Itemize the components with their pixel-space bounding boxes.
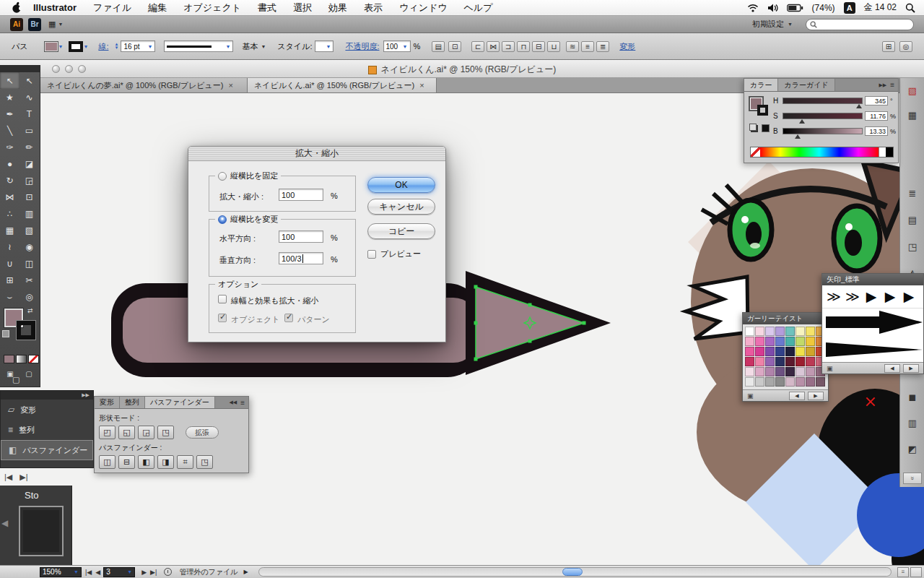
prev-icon[interactable]: ◀ <box>884 364 900 373</box>
width-tool[interactable]: ⋈ <box>0 189 19 205</box>
opacity-field[interactable]: 100 ▼ <box>383 40 411 52</box>
slider-value-H[interactable]: 345 <box>865 96 888 105</box>
slider-thumb-H[interactable] <box>856 104 862 108</box>
tools-panel-header[interactable] <box>0 66 40 72</box>
graphic-styles-panel-icon[interactable]: ▥ <box>905 415 920 431</box>
slider-value-B[interactable]: 13.33 <box>865 126 888 136</box>
slider-value-S[interactable]: 11.76 <box>865 111 888 121</box>
swatch-41[interactable] <box>755 377 764 387</box>
tab-close-icon[interactable]: × <box>228 81 232 90</box>
swatch-5[interactable] <box>796 327 805 336</box>
crop-button[interactable]: ◨ <box>157 455 174 469</box>
exclude-button[interactable]: ◳ <box>157 426 174 439</box>
stroke-proxy-swatch[interactable] <box>757 105 768 116</box>
dock-item-pathfinder[interactable]: ◧パスファインダー <box>1 440 93 460</box>
document-tab-inactive[interactable]: ネイビルくんの夢.ai* @ 100% (RGB/プレビュー) × <box>40 78 248 92</box>
gradient-panel-icon[interactable]: ▤ <box>905 212 920 228</box>
menu-item-5[interactable]: 効果 <box>328 1 347 14</box>
tab-close-icon[interactable]: × <box>419 81 424 90</box>
swatch-0[interactable] <box>745 327 754 336</box>
intersect-button[interactable]: ◲ <box>138 426 154 439</box>
swatch-37[interactable] <box>796 367 805 376</box>
select-similar-button[interactable]: ◎ <box>899 41 912 52</box>
scale-strokes-checkbox[interactable] <box>218 295 227 303</box>
arrow-style-4[interactable]: ▶ <box>899 288 918 305</box>
live-paint-bucket-tool[interactable]: ∪ <box>0 255 19 272</box>
line-segment-tool[interactable]: ╲ <box>0 122 19 139</box>
swatch-6[interactable] <box>806 327 815 336</box>
none-button[interactable] <box>28 355 39 363</box>
zoom-level-dropdown[interactable]: 150% ▼ <box>40 567 82 577</box>
artboard-tool[interactable]: ⊞ <box>0 272 19 288</box>
last-page-icon[interactable]: ▶| <box>19 473 27 482</box>
tab-color[interactable]: カラー <box>744 79 778 91</box>
appearance-panel-icon[interactable]: ◩ <box>905 441 920 457</box>
artboard-number-dropdown[interactable]: 3 ▼ <box>103 567 135 577</box>
swatch-32[interactable] <box>745 367 754 376</box>
resize-grip[interactable] <box>910 567 922 577</box>
variable-width-profile-dropdown[interactable]: ▼ <box>164 40 233 52</box>
arrange-documents-menu[interactable]: ▦ ▼ <box>48 20 63 29</box>
pen-tool[interactable]: ✒ <box>0 105 19 122</box>
distribute-left-button[interactable]: ≋ <box>566 41 579 52</box>
swatch-8[interactable] <box>745 337 754 346</box>
swatch-29[interactable] <box>796 357 805 366</box>
arrow-panel-header[interactable]: 矢印_標準 <box>822 274 923 285</box>
draw-behind-icon[interactable]: ▢ <box>21 368 37 379</box>
swatch-16[interactable] <box>745 347 754 356</box>
unite-button[interactable]: ◰ <box>99 426 116 439</box>
arrow-style-0[interactable]: ≫ <box>824 288 843 305</box>
uniform-scale-field[interactable]: 100 <box>279 189 323 201</box>
direct-selection-tool[interactable]: ↖ <box>19 72 39 89</box>
swatch-panel-header[interactable]: ガーリーテイスト <box>743 313 828 324</box>
arrow-style-3[interactable]: ▶ <box>881 288 899 305</box>
prev-icon[interactable]: ◀ <box>1 518 8 528</box>
next-icon[interactable]: ▶ <box>903 364 919 373</box>
panel-list-icon[interactable]: ≡ <box>897 567 909 577</box>
none-swatch[interactable] <box>751 147 760 157</box>
swatch-27[interactable] <box>775 357 785 366</box>
input-source-menu[interactable]: A <box>844 2 855 14</box>
swatch-4[interactable] <box>785 327 795 336</box>
align-vertical-bottom-button[interactable]: ⊔ <box>547 41 560 52</box>
dock-header[interactable]: ▶▶ <box>1 391 93 400</box>
brush-definition-dropdown[interactable]: 基本 ▼ <box>242 41 266 52</box>
collapse-icon[interactable]: ◀◀ <box>229 400 237 405</box>
slider-thumb-S[interactable] <box>799 119 805 124</box>
uniform-radio[interactable] <box>218 172 227 181</box>
stroke-panel-icon[interactable]: ≣ <box>905 185 920 201</box>
symbols-panel-icon[interactable]: ◼ <box>905 389 920 405</box>
swatch-44[interactable] <box>785 377 795 387</box>
swatch-10[interactable] <box>765 337 775 346</box>
dock-item-transform[interactable]: ▱変形 <box>1 400 93 420</box>
graphic-style-dropdown[interactable]: ▼ <box>315 40 334 52</box>
dock-item-align[interactable]: ≡整列 <box>1 420 93 440</box>
spotlight-icon[interactable] <box>905 3 915 13</box>
swatch-13[interactable] <box>796 337 805 346</box>
swatch-47[interactable] <box>816 377 825 387</box>
pathfinder-tab-2[interactable]: パスファインダー <box>145 397 215 408</box>
swatch-36[interactable] <box>785 367 795 376</box>
status-text[interactable]: 管理外のファイル <box>179 567 237 577</box>
stroke-color-swatch[interactable] <box>69 41 83 52</box>
swatch-24[interactable] <box>745 357 754 366</box>
graph-tool[interactable]: ▥ <box>19 205 39 222</box>
swatch-42[interactable] <box>765 377 775 387</box>
swatch-40[interactable] <box>745 377 754 387</box>
objects-checkbox[interactable] <box>218 314 227 322</box>
arrow-preview-thin[interactable] <box>823 337 924 361</box>
opacity-panel-link[interactable]: 不透明度: <box>345 41 379 52</box>
document-setup-button[interactable]: ▤ <box>432 41 445 52</box>
stroke-panel-link[interactable]: 線: <box>98 41 108 52</box>
live-paint-selection-tool[interactable]: ◫ <box>19 255 39 272</box>
swatch-21[interactable] <box>796 347 805 356</box>
eraser-tool[interactable]: ◪ <box>19 155 39 172</box>
slider-track-H[interactable] <box>783 98 863 104</box>
collapse-icon[interactable]: ▶▶ <box>879 82 886 88</box>
default-fill-stroke-button[interactable] <box>2 330 9 337</box>
color-button[interactable] <box>4 355 14 363</box>
menu-item-2[interactable]: オブジェクト <box>183 1 241 14</box>
out-of-web-color-icon[interactable] <box>749 124 757 131</box>
pencil-tool[interactable]: ✏ <box>19 139 39 155</box>
align-vertical-center-button[interactable]: ⊟ <box>532 41 545 52</box>
